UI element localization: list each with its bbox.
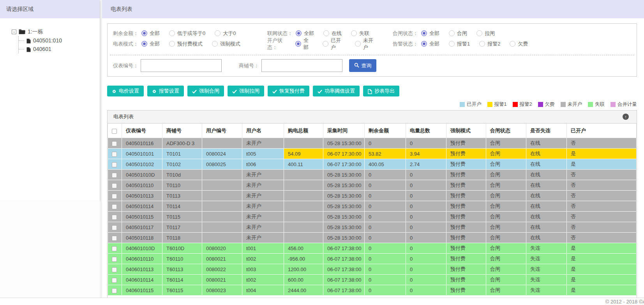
radio-option[interactable]: 合闸 [449,30,467,37]
table-cell: T0114 [162,201,202,212]
radio-icon[interactable] [323,41,328,47]
row-checkbox[interactable] [112,194,117,199]
action-button-6[interactable]: 功率阈值设置 [313,86,360,96]
table-cell [202,222,242,233]
radio-option[interactable]: 失联 [351,30,369,37]
radio-icon[interactable] [476,30,482,36]
radio-option[interactable]: 拉闸 [476,30,495,37]
tree-node-label[interactable]: 040601 [33,46,51,52]
legend-item: 报警1 [487,101,507,108]
table-cell: T0115 [162,212,202,222]
action-button-3[interactable]: 强制合闸 [187,86,224,96]
search-button[interactable]: 查询 [349,59,376,72]
shop-number-input[interactable] [261,59,342,72]
tree-root-label[interactable]: 1:一栋 [28,28,43,35]
row-checkbox[interactable] [112,267,117,272]
select-all-checkbox[interactable] [112,129,117,134]
row-checkbox[interactable] [112,225,117,230]
table-cell: 未开户 [242,180,284,191]
row-checkbox[interactable] [112,162,117,167]
copyright-text: © 2012 - 2018 ©Acr [605,299,644,305]
row-checkbox[interactable] [112,204,117,209]
row-checkbox[interactable] [112,183,117,188]
action-button-7[interactable]: 抄表导出 [363,86,399,96]
row-checkbox-cell [108,233,122,243]
radio-option[interactable]: 报警1 [449,40,470,47]
legend-label: 已开户 [467,101,482,108]
row-checkbox[interactable] [112,246,117,251]
radio-icon[interactable] [510,41,515,47]
row-checkbox[interactable] [112,257,117,262]
table-cell: 合闸 [486,138,526,149]
radio-icon[interactable] [323,30,329,36]
legend-color-swatch [513,102,518,107]
row-checkbox[interactable] [112,236,117,241]
radio-option[interactable]: 低于或等于0 [169,30,205,37]
table-row: 0406010114T601140080021t002600.0006-07 1… [108,275,637,285]
table-cell: 0 [365,233,406,243]
radio-option[interactable]: 强制模式 [212,40,240,47]
row-checkbox[interactable] [112,141,117,146]
radio-option[interactable]: 已开户 [323,37,346,51]
row-checkbox[interactable] [112,278,117,283]
row-checkbox[interactable] [112,173,117,178]
row-checkbox[interactable] [112,152,117,157]
radio-icon[interactable] [215,30,221,36]
table-cell: 预付费 [446,264,486,275]
table-cell: 06-07 17:30:00 [323,149,365,159]
tree-collapse-icon[interactable]: - [12,30,16,34]
row-checkbox[interactable] [112,288,117,293]
area-tree: - 1:一栋 040501:010040601 [0,18,100,53]
radio-icon[interactable] [449,30,455,36]
tree-node-label[interactable]: 040501:010 [33,37,62,44]
search-inputs: 仪表编号：商铺号： [108,59,342,72]
filter-group: 开户状态：全部已开户未开户 [262,37,387,51]
radio-option[interactable]: 预付费模式 [169,40,203,47]
tree-node[interactable]: 040501:010 [19,36,100,45]
radio-option[interactable]: 在线 [323,30,342,37]
radio-selected-icon[interactable] [141,30,147,36]
radio-option[interactable]: 全部 [421,30,439,37]
radio-icon[interactable] [479,41,485,47]
column-header: 购电总额 [284,124,323,138]
radio-option[interactable]: 大于0 [215,30,236,37]
radio-selected-icon[interactable] [141,41,147,47]
action-button-1[interactable]: 电价设置 [107,86,144,96]
radio-option[interactable]: 欠费 [510,40,528,47]
radio-option[interactable]: 全部 [141,30,160,37]
action-button-5[interactable]: 恢复预付费 [268,86,309,96]
radio-option[interactable]: 全部 [141,40,160,47]
radio-icon[interactable] [355,41,361,47]
footer: © 2012 - 2018 ©Acr [0,298,644,305]
table-cell: 0 [406,222,446,233]
radio-selected-icon[interactable] [421,41,427,47]
row-checkbox-cell [108,138,122,149]
action-button-2[interactable]: 报警设置 [147,86,184,96]
radio-option[interactable]: 全部 [421,40,439,47]
table-cell: 是 [567,285,637,296]
action-button-4[interactable]: 强制拉闸 [228,86,264,96]
table-cell: T0117 [162,222,202,233]
radio-icon[interactable] [212,41,218,47]
radio-icon[interactable] [169,41,175,47]
radio-selected-icon[interactable] [421,30,427,36]
radio-selected-icon[interactable] [296,30,302,36]
radio-icon[interactable] [449,41,455,47]
table-cell: 0 [365,170,406,180]
meter-number-input[interactable] [141,59,222,72]
table-cell: 预付费 [446,254,486,264]
tree-root-node[interactable]: - 1:一栋 [12,28,100,35]
table-cell: 0 [406,264,446,275]
row-checkbox[interactable] [112,215,117,220]
radio-icon[interactable] [169,30,175,36]
table-cell: 0405010117 [122,222,162,233]
radio-selected-icon[interactable] [295,41,301,47]
radio-icon[interactable] [351,30,357,36]
radio-option[interactable]: 全部 [296,30,314,37]
radio-option[interactable]: 报警2 [479,40,500,47]
radio-option[interactable]: 全部 [295,37,313,51]
table-cell: 合闸 [486,233,526,243]
tree-node[interactable]: 040601 [19,45,100,53]
radio-option[interactable]: 未开户 [355,37,378,51]
collapse-up-icon[interactable]: ↑ [623,114,629,120]
